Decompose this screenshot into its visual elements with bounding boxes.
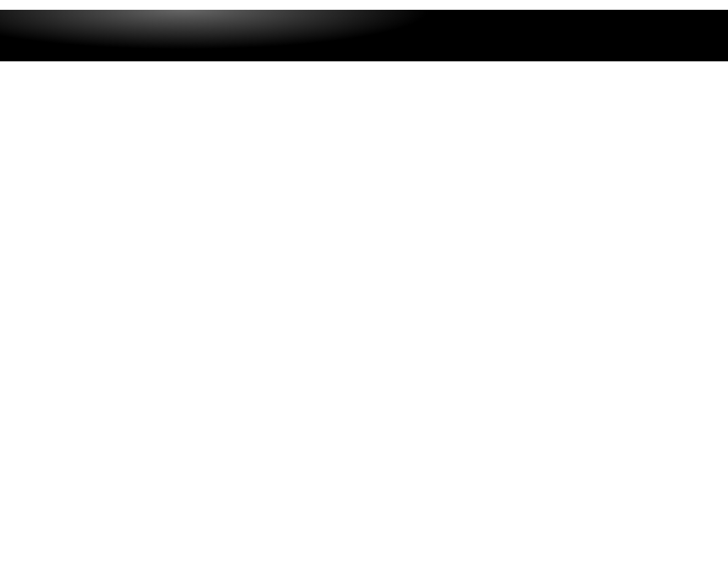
header-banner bbox=[0, 10, 728, 61]
